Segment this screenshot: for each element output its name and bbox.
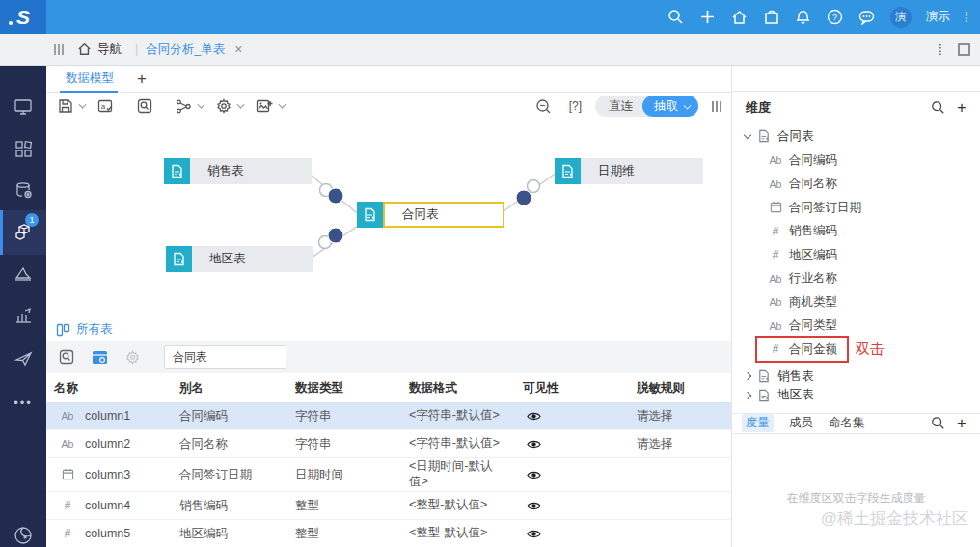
- tree-node-sales-table[interactable]: 销售表: [732, 368, 980, 387]
- number-type-icon: #: [60, 499, 75, 512]
- join-point-inner[interactable]: [328, 188, 343, 204]
- tab-named-sets[interactable]: 命名集: [829, 415, 865, 431]
- save-dropdown-icon[interactable]: [79, 101, 87, 109]
- rename-icon[interactable]: a: [94, 96, 118, 117]
- search-icon[interactable]: [931, 416, 945, 430]
- all-tables-link[interactable]: 所有表: [76, 321, 113, 338]
- sidebar-item-publish[interactable]: [0, 339, 46, 379]
- sidebar-item-data-model[interactable]: 1: [0, 210, 46, 255]
- collapse-panel-icon[interactable]: [712, 101, 721, 112]
- mode-extract-button[interactable]: 抽取: [642, 96, 698, 117]
- field-item[interactable]: Ab合同编码: [732, 149, 980, 173]
- add-icon[interactable]: +: [957, 99, 966, 116]
- field-item[interactable]: #地区编码: [732, 243, 980, 267]
- tab-measures[interactable]: 度量: [742, 414, 774, 432]
- col-header-masking[interactable]: 脱敏规则: [629, 380, 731, 397]
- tab-contract-analysis[interactable]: 合同分析_单表: [146, 41, 225, 58]
- qa-icon[interactable]: [0, 515, 46, 547]
- export-image-icon[interactable]: [252, 96, 277, 117]
- col-header-type[interactable]: 数据类型: [287, 380, 401, 397]
- store-icon[interactable]: [763, 9, 780, 26]
- close-icon[interactable]: ×: [234, 41, 242, 57]
- join-point-inner[interactable]: [328, 228, 343, 243]
- settings-icon[interactable]: [212, 96, 235, 117]
- notifications-icon[interactable]: [795, 9, 812, 26]
- avatar[interactable]: 演: [890, 7, 912, 28]
- masking-select[interactable]: 请选择: [629, 436, 731, 452]
- col-header-name[interactable]: 名称: [46, 380, 172, 397]
- sidebar-item-monitor[interactable]: [0, 87, 46, 127]
- table-row[interactable]: Abcolumn2 合同名称 字符串 <字符串-默认值> 请选择: [46, 430, 731, 458]
- more-icon[interactable]: ⁞: [965, 10, 968, 24]
- gear-icon[interactable]: [125, 346, 140, 368]
- add-icon[interactable]: [699, 9, 717, 26]
- maximize-icon[interactable]: [958, 43, 970, 56]
- model-canvas[interactable]: 销售表 地区表 合同表 日期维: [46, 120, 731, 318]
- watermark: @稀土掘金技术社区: [821, 507, 968, 530]
- chevron-right-icon: [744, 372, 751, 380]
- add-icon[interactable]: +: [957, 415, 966, 431]
- home-icon[interactable]: [731, 9, 749, 26]
- tab-more-icon[interactable]: ⁞: [939, 42, 942, 57]
- table-node-date[interactable]: 日期维: [555, 158, 703, 184]
- messages-icon[interactable]: [858, 9, 876, 26]
- settings-dropdown-icon[interactable]: [237, 101, 245, 109]
- table-node-region[interactable]: 地区表: [166, 246, 313, 272]
- export-dropdown-icon[interactable]: [279, 101, 286, 109]
- table-row[interactable]: Abcolumn1 合同编码 字符串 <字符串-默认值> 请选择: [46, 402, 731, 430]
- tab-data-model[interactable]: 数据模型: [46, 66, 129, 93]
- field-item[interactable]: Ab商机类型: [732, 290, 980, 315]
- sidebar-item-charts[interactable]: [0, 295, 46, 336]
- home-icon[interactable]: [77, 42, 92, 56]
- col-header-visibility[interactable]: 可见性: [515, 380, 629, 397]
- visibility-eye-icon[interactable]: [515, 501, 629, 511]
- relation-icon[interactable]: [172, 96, 196, 117]
- app-logo[interactable]: S: [0, 0, 46, 34]
- visibility-eye-icon[interactable]: [515, 470, 629, 480]
- sidebar-item-database[interactable]: [0, 170, 46, 210]
- user-name[interactable]: 演示: [926, 9, 950, 25]
- join-point-inner[interactable]: [516, 190, 531, 205]
- field-item[interactable]: Ab合同类型: [732, 315, 980, 339]
- sidebar-item-apps[interactable]: [0, 128, 46, 169]
- search-icon[interactable]: [59, 346, 74, 368]
- help-icon[interactable]: ?: [827, 9, 844, 26]
- table-node-sales[interactable]: 销售表: [164, 158, 312, 184]
- field-item[interactable]: Ab合同名称: [732, 173, 980, 197]
- sidebar-item-analysis[interactable]: [0, 254, 46, 294]
- zoom-out-icon[interactable]: [531, 96, 556, 117]
- table-row[interactable]: #column5 地区编码 整型 <整型-默认值>: [46, 520, 731, 547]
- table-view-icon[interactable]: [92, 346, 108, 368]
- visibility-eye-icon[interactable]: [515, 529, 629, 539]
- add-model-tab-button[interactable]: +: [137, 69, 147, 89]
- join-point-outer[interactable]: [528, 180, 540, 193]
- relation-dropdown-icon[interactable]: [198, 101, 205, 109]
- field-item[interactable]: Ab行业名称: [732, 267, 980, 291]
- mode-direct-button[interactable]: 直连: [599, 98, 642, 115]
- col-header-alias[interactable]: 别名: [172, 380, 287, 397]
- tree-node-region-table[interactable]: 地区表: [732, 386, 980, 405]
- panel-grip-icon[interactable]: [54, 44, 64, 55]
- tab-members[interactable]: 成员: [789, 415, 813, 431]
- field-item-contract-amount[interactable]: #合同金额 双击: [732, 338, 980, 362]
- field-item[interactable]: 合同签订日期: [732, 196, 980, 220]
- field-item[interactable]: #销售编码: [732, 220, 980, 244]
- tree-node-contract-table[interactable]: 合同表: [732, 123, 980, 149]
- masking-select[interactable]: 请选择: [629, 408, 731, 424]
- table-row[interactable]: #column4 销售编码 整型 <整型-默认值>: [46, 492, 731, 520]
- nav-tab[interactable]: 导航: [97, 41, 122, 58]
- table-row[interactable]: column3 合同签订日期 日期时间 <日期时间-默认值>: [46, 458, 731, 492]
- table-search-input[interactable]: [164, 345, 286, 369]
- tab-separator: |: [135, 42, 138, 56]
- table-node-contract[interactable]: 合同表: [357, 202, 504, 228]
- visibility-eye-icon[interactable]: [515, 439, 629, 450]
- search-icon[interactable]: [133, 96, 156, 117]
- sidebar-item-more[interactable]: •••: [0, 382, 46, 423]
- tabbar: 导航 | 合同分析_单表 × ⁞: [0, 34, 980, 66]
- visibility-eye-icon[interactable]: [515, 411, 629, 422]
- save-icon[interactable]: [54, 96, 77, 117]
- help-shortcut[interactable]: [?]: [569, 99, 582, 113]
- col-header-format[interactable]: 数据格式: [401, 380, 515, 397]
- search-icon[interactable]: [667, 9, 685, 26]
- search-icon[interactable]: [931, 100, 945, 115]
